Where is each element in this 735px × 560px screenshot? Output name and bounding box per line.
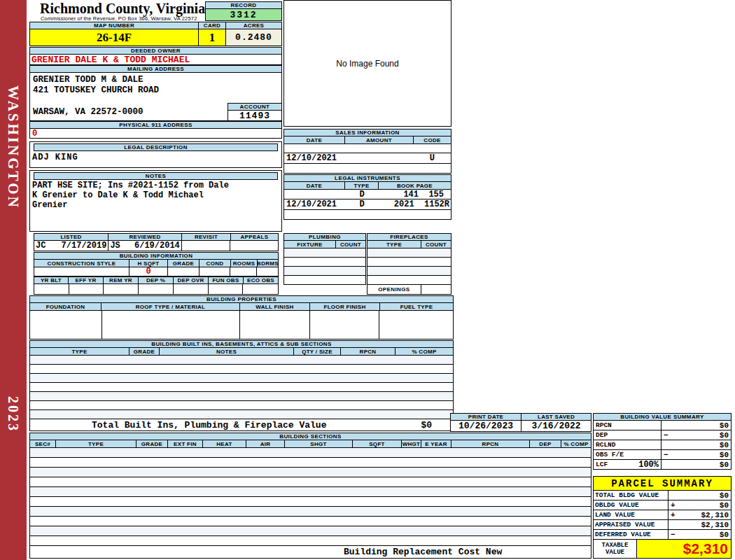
wall-finish-value [240, 311, 310, 339]
plumbing-count-header: COUNT [336, 241, 366, 248]
mailing-line-3: WARSAW, VA 22572-0000 [33, 107, 144, 117]
bvs-value: $0 [720, 461, 729, 469]
card-value: 1 [199, 29, 226, 46]
built-ins-total-label: Total Built Ins, Plumbing & Fireplace Va… [92, 420, 326, 430]
footer-row: Building Replacement Cost New [29, 546, 592, 559]
acres-header: ACRES [226, 22, 282, 29]
empty-row [30, 477, 591, 487]
deeded-owner-header: DEEDED OWNER [29, 47, 282, 55]
bvs-value-cell: $0 [662, 421, 732, 430]
account-header: ACCOUNT [227, 103, 282, 111]
instrument-bookpage: 141 155 [379, 190, 451, 199]
taxable-label-line1: TAXABLE [602, 542, 629, 549]
dep-ovr-header: DEP OVR [174, 276, 209, 284]
foundation-header: FOUNDATION [29, 303, 102, 311]
dep-ovr-value [174, 284, 209, 294]
bvs-row: DEP −$0 [593, 430, 732, 440]
listed-header: LISTED [34, 233, 108, 241]
rem-yr-value [104, 284, 139, 294]
eco-obs-value [243, 284, 278, 294]
empty-row [30, 497, 591, 507]
bvs-value: $0 [720, 451, 729, 459]
bvs-label-cell: DEP [593, 430, 662, 440]
floor-finish-value [310, 311, 380, 339]
acres-value: 0.2480 [226, 29, 282, 46]
print-date-value: 10/26/2023 [451, 421, 522, 431]
bvs-label: DEP [596, 431, 608, 439]
grade-value [168, 267, 200, 276]
parcel-value-cell: $0 [668, 491, 732, 500]
bvs-label: RCLND [596, 441, 616, 449]
parcel-value-cell: +$2,310 [668, 510, 732, 520]
sales-amount [345, 144, 413, 153]
bvs-label-cell: RCLND [593, 440, 662, 450]
section-type-header: TYPE [56, 440, 136, 448]
listed-date: 7/17/2019 [62, 241, 107, 251]
parcel-value: $0 [720, 501, 729, 510]
yr-blt-value [34, 284, 69, 294]
parcel-row: TOTAL BLDG VALUE $0 [593, 491, 732, 500]
sales-row [284, 144, 451, 153]
parcel-value: $2,310 [701, 521, 729, 529]
county-title: Richmond County, Virginia [40, 1, 205, 17]
h-sqft-value: 0 [130, 267, 168, 276]
bdrms-value [257, 267, 278, 276]
bvs-label-cell: LCF100% [593, 460, 662, 470]
image-panel: No Image Found [284, 0, 451, 127]
instrument-bookpage: 2021 1152R [379, 200, 451, 209]
builtin-qty-header: QTY / SIZE [294, 348, 341, 356]
empty-row [30, 487, 591, 497]
construction-style-value [34, 267, 130, 276]
instrument-date-header: DATE [284, 182, 345, 190]
instrument-row: 12/10/2021 D 2021 1152R [284, 200, 451, 210]
sales-code [413, 164, 451, 173]
bvs-value: $0 [720, 441, 729, 449]
physical-address-value: 0 [29, 129, 282, 139]
bvs-value: $0 [720, 421, 729, 430]
yr-blt-header: YR BLT [34, 276, 69, 284]
mailing-address-header: MAILING ADDRESS [29, 65, 282, 73]
eff-yr-value [69, 284, 104, 294]
builtin-rpcn-header: RPCN [341, 348, 396, 356]
parcel-op: + [671, 511, 676, 519]
sales-amount [345, 153, 413, 163]
sales-information-header: SALES INFORMATION [284, 129, 451, 136]
rem-yr-header: REM YR [104, 276, 139, 284]
bvs-label-cell: OBS F/E [593, 450, 662, 460]
grade-header: GRADE [168, 260, 200, 267]
bvs-value-cell: −$0 [662, 430, 732, 440]
last-saved-value: 3/16/2022 [522, 421, 591, 431]
reviewed-date: 6/19/2014 [134, 241, 180, 251]
empty-row [30, 517, 591, 526]
legal-description-header: LEGAL DESCRIPTION [34, 144, 278, 151]
empty-row [284, 267, 365, 276]
bvs-row: RCLND $0 [593, 440, 732, 450]
reviewed-by: JS [110, 241, 120, 251]
bvs-value: $0 [720, 431, 729, 440]
foundation-value [30, 311, 102, 339]
empty-row [30, 356, 453, 365]
plumbing-header: PLUMBING [284, 233, 366, 241]
empty-row [30, 526, 591, 536]
rooms-header: ROOMS [231, 260, 258, 267]
district-name: WASHINGTON [4, 85, 22, 209]
parcel-value-cell: −$0 [668, 530, 732, 540]
section-rpcn-header: RPCN [451, 440, 530, 448]
empty-row [30, 401, 453, 410]
reviewed-value: JS6/19/2014 [108, 241, 181, 251]
building-sections-header: BUILDING SECTIONS [29, 433, 592, 440]
parcel-value-cell: $2,310 [668, 520, 732, 530]
fixture-header: FIXTURE [284, 241, 336, 248]
fireplaces-header: FIREPLACES [367, 233, 451, 241]
sec-num-header: SEC# [29, 440, 56, 448]
eff-yr-header: EFF YR [69, 276, 104, 284]
sqft-header: SQFT [353, 440, 402, 448]
taxable-value-row: TAXABLE VALUE $2,310 [593, 540, 732, 559]
empty-row [30, 392, 453, 401]
section-comp-header: % COMP [561, 440, 592, 448]
notes-line-1: PART HSE SITE; Ins #2021-1152 from Dale [32, 181, 229, 190]
construction-style-header: CONSTRUCTION STYLE [34, 260, 130, 267]
empty-row [368, 248, 451, 258]
print-date-header: PRINT DATE [450, 413, 522, 421]
bvs-label: OBS F/E [596, 451, 624, 458]
